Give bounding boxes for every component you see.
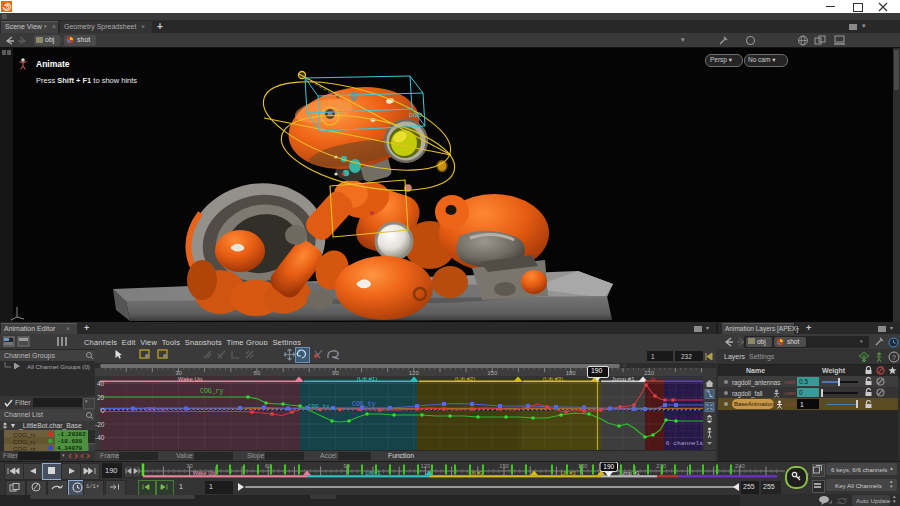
svg-text:(Lift #1): (Lift #1) (357, 376, 377, 382)
svg-text:20: 20 (97, 394, 105, 401)
svg-text:Jump #1: Jump #1 (611, 376, 635, 382)
svg-text:210: 210 (644, 370, 655, 376)
svg-text:COG_tz: COG_tz (145, 406, 167, 413)
svg-text:30: 30 (175, 370, 182, 376)
svg-text:190: 190 (603, 463, 614, 470)
svg-text:40: 40 (97, 380, 105, 387)
svg-text:90: 90 (344, 463, 350, 469)
svg-text:COG_ty: COG_ty (352, 401, 376, 408)
svg-text:150: 150 (487, 370, 498, 376)
svg-text:0: 0 (101, 407, 105, 414)
svg-text:240: 240 (735, 463, 745, 469)
svg-text:-20: -20 (95, 421, 105, 428)
svg-text:COG_tx: COG_tx (308, 403, 330, 410)
svg-text:6 channels: 6 channels (666, 440, 703, 447)
svg-text:30: 30 (186, 463, 192, 469)
svg-text:120: 120 (409, 370, 420, 376)
svg-text:(Lift #3): (Lift #3) (543, 376, 563, 382)
svg-text:?: ? (892, 354, 896, 361)
svg-text:-40: -40 (95, 434, 105, 441)
svg-text:COG_ry: COG_ry (200, 388, 224, 395)
svg-text:120: 120 (421, 463, 431, 469)
svg-text:180: 180 (578, 463, 588, 469)
svg-text:bulb: bulb (409, 111, 422, 118)
svg-text:150: 150 (499, 463, 509, 469)
svg-text:Wake Up: Wake Up (193, 470, 215, 476)
svg-text:(Lift #2): (Lift #2) (455, 376, 475, 382)
svg-text:60: 60 (254, 370, 261, 376)
svg-text:180: 180 (566, 370, 577, 376)
svg-text:Wake Up: Wake Up (178, 376, 203, 382)
svg-text:90: 90 (332, 370, 339, 376)
svg-text:Ju..: Ju.. (650, 376, 658, 382)
svg-text:Lift #1: Lift #1 (366, 470, 381, 476)
